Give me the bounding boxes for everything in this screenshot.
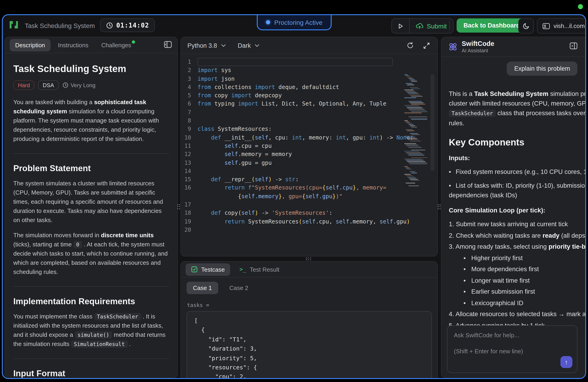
submit-button[interactable]: Submit bbox=[410, 19, 453, 33]
input-bullet: dependencies (task IDs) bbox=[449, 191, 586, 200]
tab-description[interactable]: Description bbox=[10, 39, 51, 51]
code-line[interactable]: 3import json bbox=[181, 75, 437, 83]
editor-minimap[interactable] bbox=[404, 74, 427, 212]
code-line[interactable]: 14 bbox=[181, 167, 437, 175]
line-number: 20 bbox=[181, 226, 198, 234]
simulation-step: 3. Among ready tasks, select using prior… bbox=[449, 242, 586, 251]
section-paragraph: The system simulates a cluster with limi… bbox=[13, 179, 169, 225]
code-line[interactable]: 5from copy import deepcopy bbox=[181, 91, 437, 100]
simulation-steps-list: 1. Submit new tasks arriving at current … bbox=[449, 219, 586, 330]
line-number: 9 bbox=[181, 125, 198, 134]
testcase-tabs: Testcase >_ Test Result bbox=[181, 262, 437, 277]
app-title: Task Scheduling System bbox=[25, 22, 95, 29]
problem-badges: Hard DSA Very Long bbox=[13, 80, 169, 90]
horizontal-splitter-handle[interactable] bbox=[304, 257, 312, 261]
code-editor[interactable]: 1 2import sys3import json4from collectio… bbox=[181, 54, 437, 256]
case-selector: Case 1 Case 2 bbox=[181, 277, 437, 294]
section-paragraph: You must implement the class TaskSchedul… bbox=[13, 312, 169, 349]
play-icon bbox=[397, 23, 404, 29]
code-line[interactable]: 13 self.gpu = gpu bbox=[181, 158, 437, 167]
testcase-json-line: { bbox=[194, 325, 424, 335]
inline-code: 0 bbox=[74, 241, 82, 248]
code-line[interactable]: 8 bbox=[181, 116, 437, 125]
simulation-step: 4. Allocate resources to selected tasks … bbox=[449, 309, 586, 319]
atom-icon bbox=[447, 41, 459, 52]
code-line[interactable]: 18 def copy(self) -> 'SystemResources': bbox=[181, 209, 437, 217]
code-line[interactable]: 19 return SystemResources(self.cpu, self… bbox=[181, 217, 437, 226]
code-line[interactable]: 16 return f"SystemResources(cpu={self.cp… bbox=[181, 184, 437, 201]
code-line[interactable]: 11 self.cpu = cpu bbox=[181, 142, 437, 150]
line-number: 13 bbox=[181, 158, 198, 167]
tab-challenges[interactable]: Challenges bbox=[96, 39, 137, 51]
code-line[interactable]: 4from collections import deque, defaultd… bbox=[181, 83, 437, 92]
line-number: 3 bbox=[181, 75, 198, 83]
inline-code: TaskScheduler bbox=[449, 110, 496, 117]
run-button[interactable] bbox=[392, 19, 410, 33]
code-line[interactable]: 7 bbox=[181, 108, 437, 117]
notification-dot bbox=[132, 40, 135, 43]
editor-scrollbar[interactable] bbox=[430, 74, 435, 171]
step-sub-bullet: •Higher priority first bbox=[463, 253, 586, 263]
case-2-button[interactable]: Case 2 bbox=[223, 282, 254, 294]
divider bbox=[13, 358, 169, 359]
code-line[interactable]: 9class SystemResources: bbox=[181, 125, 437, 134]
problem-tabs: Description Instructions Challenges bbox=[5, 37, 177, 53]
divider bbox=[181, 277, 437, 278]
proctoring-dot-icon bbox=[266, 20, 270, 24]
code-line[interactable]: 6from typing import List, Dict, Set, Opt… bbox=[181, 100, 437, 108]
assistant-chat-input[interactable]: Ask SwiftCode for help... (Shift + Enter… bbox=[447, 325, 577, 373]
code-line[interactable]: 15 def __repr__(self) -> str: bbox=[181, 175, 437, 184]
proctoring-status-badge: Proctoring Active bbox=[257, 15, 332, 30]
fullscreen-icon[interactable] bbox=[423, 42, 430, 49]
back-to-dashboard-button[interactable]: Back to Dashboard bbox=[457, 18, 527, 33]
testcase-input-editor[interactable]: [ { "id": "T1", "duration": 3, "priority… bbox=[187, 311, 432, 379]
input-placeholder-hint: (Shift + Enter for new line) bbox=[454, 347, 570, 355]
checkbox-check-icon bbox=[191, 266, 198, 273]
line-number: 14 bbox=[181, 167, 198, 175]
left-splitter-handle[interactable] bbox=[177, 202, 181, 210]
language-select[interactable]: Python 3.8 bbox=[188, 42, 226, 49]
ai-assistant-panel: SwiftCode AI Assistant Explain this prob… bbox=[441, 37, 586, 378]
step-sub-bullet: •More dependencies first bbox=[463, 264, 586, 274]
tab-test-result[interactable]: >_ Test Result bbox=[235, 263, 284, 276]
intro-paragraph: You are tasked with building a sophistic… bbox=[13, 98, 169, 144]
inputs-label: Inputs: bbox=[449, 155, 586, 162]
collapse-right-panel-icon[interactable] bbox=[570, 42, 577, 50]
code-lines[interactable]: 1 2import sys3import json4from collectio… bbox=[181, 58, 437, 234]
collapse-left-panel-icon[interactable] bbox=[164, 41, 172, 48]
line-number: 18 bbox=[181, 209, 198, 217]
line-number: 4 bbox=[181, 83, 198, 92]
right-splitter-handle[interactable] bbox=[437, 202, 441, 210]
code-line[interactable]: 12 self.memory = memory bbox=[181, 150, 437, 159]
input-placeholder: Ask SwiftCode for help... bbox=[454, 331, 570, 339]
code-line[interactable]: 17 bbox=[181, 201, 437, 209]
section-heading: Implementation Requirements bbox=[13, 296, 169, 306]
theme-toggle-button[interactable] bbox=[518, 18, 534, 34]
code-line[interactable]: 1 bbox=[181, 58, 437, 66]
code-line[interactable]: 2import sys bbox=[181, 66, 437, 75]
testcase-input-label: tasks = bbox=[181, 294, 437, 311]
session-timer: 01:14:02 bbox=[100, 18, 155, 32]
problem-title: Task Scheduling System bbox=[13, 63, 169, 74]
testcase-json-line: "duration": 3, bbox=[194, 344, 424, 354]
send-message-button[interactable]: ↑ bbox=[560, 356, 572, 368]
moon-icon bbox=[523, 22, 529, 29]
step-sub-bullet: •Lexicographical ID bbox=[463, 298, 586, 308]
section-heading: Problem Statement bbox=[13, 163, 169, 173]
divider bbox=[13, 153, 169, 154]
chevron-down-icon bbox=[254, 44, 260, 47]
theme-select[interactable]: Dark bbox=[238, 42, 260, 49]
tab-instructions[interactable]: Instructions bbox=[52, 39, 94, 51]
user-account-button[interactable]: vish...il.com bbox=[537, 18, 586, 34]
code-line[interactable]: 20 bbox=[181, 226, 437, 234]
code-line[interactable]: 10 def __init__(self, cpu: int, memory: … bbox=[181, 133, 437, 142]
case-1-button[interactable]: Case 1 bbox=[187, 282, 218, 294]
tab-testcase[interactable]: Testcase bbox=[186, 263, 230, 276]
problem-description-content[interactable]: Task Scheduling System Hard DSA Very Lon… bbox=[5, 53, 177, 378]
id-card-icon bbox=[543, 23, 550, 29]
response-line: This is a Task Scheduling System simulat… bbox=[449, 89, 586, 99]
reset-code-icon[interactable] bbox=[407, 42, 414, 49]
section-paragraph: The simulation moves forward in discrete… bbox=[13, 231, 169, 277]
testcase-panel: Testcase >_ Test Result Case 1 Case 2 ta… bbox=[181, 261, 438, 379]
clock-icon bbox=[106, 22, 113, 29]
